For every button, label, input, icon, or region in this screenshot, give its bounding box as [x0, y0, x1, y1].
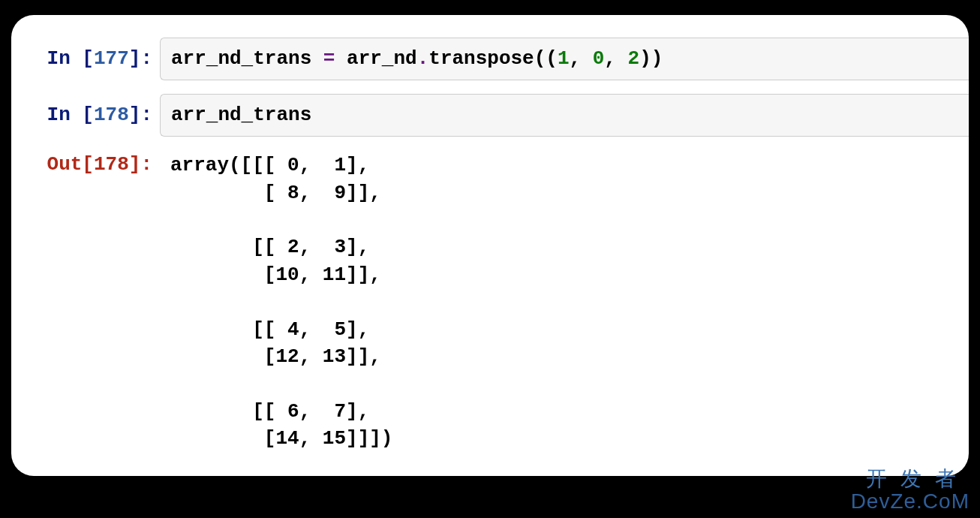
prompt-in-word: In: [47, 47, 83, 70]
prompt-exec-count: 177: [94, 47, 129, 70]
notebook-container: In [177]: arr_nd_trans = arr_nd.transpos…: [11, 15, 969, 476]
input-prompt: In [178]:: [11, 94, 160, 128]
output-prompt: Out[178]:: [11, 150, 160, 178]
prompt-out-word: Out: [47, 153, 83, 176]
code-cell: In [177]: arr_nd_trans = arr_nd.transpos…: [11, 38, 969, 80]
prompt-exec-count: 178: [94, 153, 129, 176]
output-cell: Out[178]: array([[[ 0, 1], [ 8, 9]], [[ …: [11, 150, 969, 453]
output-text: array([[[ 0, 1], [ 8, 9]], [[ 2, 3], [10…: [160, 150, 969, 453]
watermark-line2: DevZe.CoM: [851, 490, 969, 512]
input-prompt: In [177]:: [11, 38, 160, 72]
code-input-area[interactable]: arr_nd_trans: [160, 94, 969, 137]
code-input-area[interactable]: arr_nd_trans = arr_nd.transpose((1, 0, 2…: [160, 38, 969, 80]
code-cell: In [178]: arr_nd_trans: [11, 94, 969, 137]
prompt-in-word: In: [47, 104, 83, 126]
prompt-exec-count: 178: [94, 104, 129, 126]
